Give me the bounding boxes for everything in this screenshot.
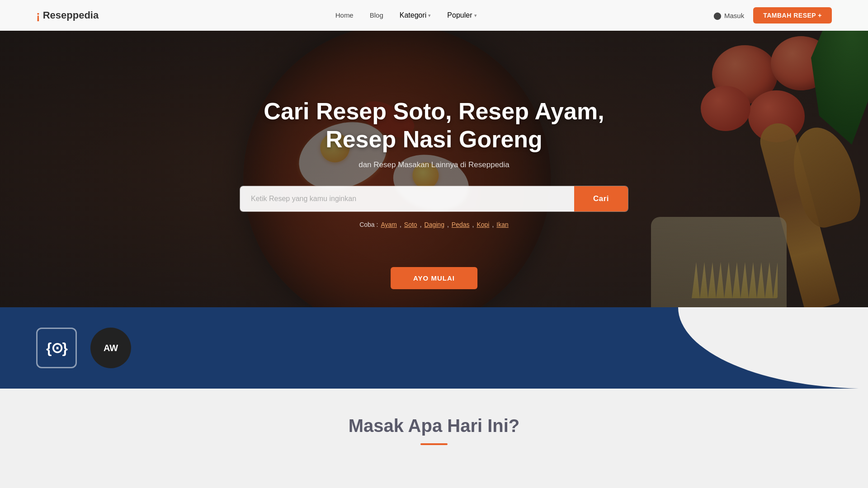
masuk-button[interactable]: ⬤ Masuk (713, 11, 744, 20)
section-divider (420, 443, 448, 445)
masuk-label: Masuk (724, 12, 744, 19)
hero-content: Cari Resep Soto, Resep Ayam, Resep Nasi … (0, 0, 868, 307)
nav-populer[interactable]: Populer (447, 11, 476, 19)
brand-logos: {⊙} AW (36, 328, 131, 368)
tag-sep-2: , (420, 221, 422, 228)
logo[interactable]: ¡ Reseppedia (36, 9, 99, 23)
hero-section: Cari Resep Soto, Resep Ayam, Resep Nasi … (0, 0, 868, 307)
lower-section: Masak Apa Hari Ini? (0, 389, 868, 463)
hero-subtitle: dan Resep Masakan Lainnya di Reseppedia (359, 160, 509, 169)
search-input[interactable] (240, 186, 574, 211)
navbar: ¡ Reseppedia Home Blog Kategori Populer … (0, 0, 868, 31)
logo-icon: ¡ (36, 9, 40, 23)
login-icon: ⬤ (713, 11, 722, 20)
hero-title: Cari Resep Soto, Resep Ayam, Resep Nasi … (231, 97, 637, 154)
search-bar: Cari (240, 186, 628, 212)
tag-kopi[interactable]: Kopi (476, 221, 489, 228)
tag-sep-1: , (400, 221, 401, 228)
tag-ikan[interactable]: Ikan (496, 221, 508, 228)
hero-tags: Coba : Ayam , Soto , Daging , Pedas , Ko… (359, 221, 509, 228)
nav-kategori[interactable]: Kategori (400, 11, 431, 19)
brand-logo-1-text: {⊙} (46, 339, 67, 357)
nav-home[interactable]: Home (335, 11, 354, 19)
tag-soto[interactable]: Soto (404, 221, 417, 228)
nav-right: ⬤ Masuk TAMBAH RESEP + (713, 7, 832, 23)
tag-ayam[interactable]: Ayam (381, 221, 397, 228)
tag-sep-3: , (447, 221, 449, 228)
blue-section: {⊙} AW (0, 307, 868, 389)
brand-logo-aw: AW (90, 328, 131, 368)
tags-prefix: Coba : (359, 221, 378, 228)
brand-name: Reseppedia (43, 9, 99, 21)
tag-pedas[interactable]: Pedas (452, 221, 470, 228)
section-title: Masak Apa Hari Ini? (0, 416, 868, 436)
nav-links: Home Blog Kategori Populer (335, 11, 477, 19)
nav-blog[interactable]: Blog (370, 11, 383, 19)
ayo-mulai-button[interactable]: AYO MULAI (391, 267, 477, 289)
tag-sep-4: , (472, 221, 474, 228)
tambah-resep-button[interactable]: TAMBAH RESEP + (753, 7, 832, 23)
brand-logo-2-text: AW (104, 343, 118, 353)
tag-sep-5: , (492, 221, 494, 228)
blue-curve-decor (678, 307, 868, 389)
brand-logo-code: {⊙} (36, 328, 77, 368)
search-button[interactable]: Cari (574, 186, 628, 211)
tag-daging[interactable]: Daging (425, 221, 444, 228)
